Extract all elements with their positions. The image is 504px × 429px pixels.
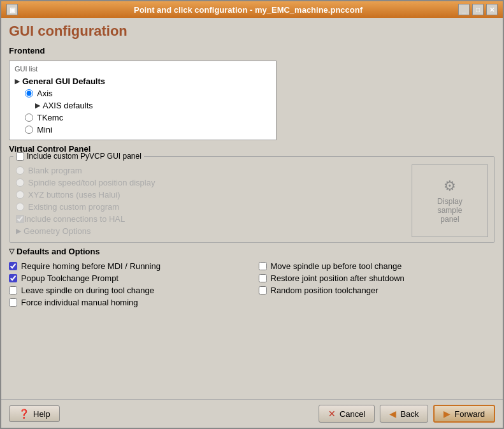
close-button[interactable]: ✕	[486, 4, 498, 15]
vcp-option-blank: Blank program	[16, 164, 405, 177]
maximize-button[interactable]: □	[472, 4, 484, 15]
check-random-position[interactable]: Random position toolchanger	[259, 286, 496, 295]
window-icon: ▣	[6, 4, 18, 15]
geometry-label: Geometry Options	[24, 226, 91, 236]
move-spindle-label: Move spindle up before tool change	[271, 261, 402, 271]
defaults-section: ▽ Defaults and Options Require homing be…	[9, 247, 495, 307]
back-icon: ◀	[389, 409, 396, 419]
vcp-blank-label: Blank program	[28, 166, 82, 175]
vcp-option-hal: Include connections to HAL	[16, 213, 405, 225]
frontend-label: Frontend	[9, 46, 495, 55]
vcp-spindle-label: Spindle speed/tool position display	[28, 178, 155, 187]
check-leave-spindle[interactable]: Leave spindle on during tool change	[9, 286, 246, 295]
vcp-option-existing: Existing custom program	[16, 201, 405, 213]
random-position-label: Random position toolchanger	[271, 286, 378, 295]
forward-button[interactable]: ▶ Forward	[433, 405, 495, 423]
tree-item-axis-defaults[interactable]: ▶ AXIS defaults	[15, 99, 271, 112]
cancel-icon: ✕	[328, 409, 336, 419]
sample-panel-icon: ⚙	[443, 178, 456, 194]
page-title: GUI configuration	[9, 23, 495, 40]
axis-radio[interactable]	[25, 89, 33, 98]
vcp-group-legend: Include custom PyVCP GUI panel	[13, 152, 144, 161]
forward-icon: ▶	[443, 409, 450, 419]
radio-axis[interactable]: Axis	[15, 87, 271, 99]
vcp-xyz-radio	[16, 191, 24, 199]
window-title: Point and click configuration - my_EMC_m…	[38, 5, 458, 15]
defaults-grid: Require homing before MDI / Running Move…	[9, 261, 495, 307]
footer-left: ❓ Help	[9, 405, 60, 422]
main-content: GUI configuration Frontend GUI list ▶ Ge…	[1, 18, 503, 399]
titlebar-buttons: _ □ ✕	[458, 4, 498, 15]
popup-toolchange-label: Popup Toolchange Prompt	[21, 273, 119, 283]
minimize-button[interactable]: _	[458, 4, 470, 15]
help-icon: ❓	[18, 409, 29, 419]
vcp-hal-label: Include connections to HAL	[24, 214, 125, 224]
help-label: Help	[33, 409, 50, 419]
vcp-group-legend-text: Include custom PyVCP GUI panel	[27, 152, 141, 161]
random-position-checkbox[interactable]	[259, 286, 267, 294]
require-homing-checkbox[interactable]	[9, 262, 17, 270]
vcp-inner: Blank program Spindle speed/tool positio…	[16, 161, 488, 237]
vcp-option-xyz: XYZ buttons (uses Halui)	[16, 189, 405, 201]
cancel-label: Cancel	[340, 409, 365, 419]
leave-spindle-checkbox[interactable]	[9, 286, 17, 294]
vcp-spindle-radio	[16, 178, 24, 187]
defaults-header-label: Defaults and Options	[17, 247, 100, 256]
vcp-blank-radio	[16, 166, 24, 175]
radio-mini[interactable]: Mini	[15, 124, 271, 136]
general-defaults-label: General GUI Defaults	[22, 76, 105, 86]
gui-list-box: GUI list ▶ General GUI Defaults Axis ▶ A…	[9, 61, 277, 140]
check-require-homing[interactable]: Require homing before MDI / Running	[9, 261, 246, 271]
check-restore-joint[interactable]: Restore joint position after shutdown	[259, 273, 496, 283]
vcp-include-checkbox[interactable]	[16, 152, 24, 161]
force-homing-checkbox[interactable]	[9, 298, 17, 307]
forward-label: Forward	[454, 409, 485, 419]
move-spindle-checkbox[interactable]	[259, 262, 267, 270]
vcp-existing-radio	[16, 203, 24, 211]
vcp-options: Blank program Spindle speed/tool positio…	[16, 164, 405, 237]
titlebar: ▣ Point and click configuration - my_EMC…	[1, 1, 503, 18]
leave-spindle-label: Leave spindle on during tool change	[21, 286, 154, 295]
arrow-icon: ▶	[15, 77, 20, 85]
vcp-option-spindle: Spindle speed/tool position display	[16, 177, 405, 189]
back-label: Back	[400, 409, 419, 419]
popup-toolchange-checkbox[interactable]	[9, 274, 17, 282]
footer: ❓ Help ✕ Cancel ◀ Back ▶ Forward	[1, 399, 503, 428]
check-move-spindle[interactable]: Move spindle up before tool change	[259, 261, 496, 271]
axis-label: Axis	[37, 89, 53, 98]
tree-item-general-defaults[interactable]: ▶ General GUI Defaults	[15, 75, 271, 87]
vcp-hal-checkbox	[16, 215, 24, 223]
help-button[interactable]: ❓ Help	[9, 405, 60, 422]
defaults-arrow-icon: ▽	[9, 247, 14, 256]
check-force-homing[interactable]: Force individual manual homing	[9, 298, 246, 307]
vcp-group: Include custom PyVCP GUI panel Blank pro…	[9, 156, 495, 243]
geometry-row: ▶ Geometry Options	[16, 225, 405, 237]
check-popup-toolchange[interactable]: Popup Toolchange Prompt	[9, 273, 246, 283]
vcp-xyz-label: XYZ buttons (uses Halui)	[28, 190, 120, 200]
axis-defaults-arrow-icon: ▶	[35, 101, 40, 110]
back-button[interactable]: ◀ Back	[380, 405, 428, 423]
restore-joint-label: Restore joint position after shutdown	[271, 273, 405, 283]
require-homing-label: Require homing before MDI / Running	[21, 261, 161, 271]
mini-label: Mini	[37, 125, 52, 135]
vcp-section: Virtual Control Panel Include custom PyV…	[9, 144, 495, 243]
frontend-section: Frontend GUI list ▶ General GUI Defaults…	[9, 46, 495, 140]
geometry-arrow-icon: ▶	[16, 227, 21, 235]
sample-panel: ⚙ Display sample panel	[412, 164, 488, 237]
footer-right: ✕ Cancel ◀ Back ▶ Forward	[319, 405, 495, 423]
axis-defaults-label: AXIS defaults	[43, 101, 93, 110]
mini-radio[interactable]	[25, 126, 33, 134]
restore-joint-checkbox[interactable]	[259, 274, 267, 282]
sample-panel-text: Display sample panel	[437, 197, 462, 224]
force-homing-label: Force individual manual homing	[21, 298, 138, 307]
cancel-button[interactable]: ✕ Cancel	[319, 405, 375, 423]
tkemc-label: TKemc	[37, 113, 63, 122]
defaults-header[interactable]: ▽ Defaults and Options	[9, 247, 495, 256]
main-window: ▣ Point and click configuration - my_EMC…	[0, 0, 504, 429]
gui-list-legend: GUI list	[15, 65, 271, 73]
tkemc-radio[interactable]	[25, 113, 33, 122]
radio-tkemc[interactable]: TKemc	[15, 112, 271, 124]
vcp-existing-label: Existing custom program	[28, 202, 119, 212]
